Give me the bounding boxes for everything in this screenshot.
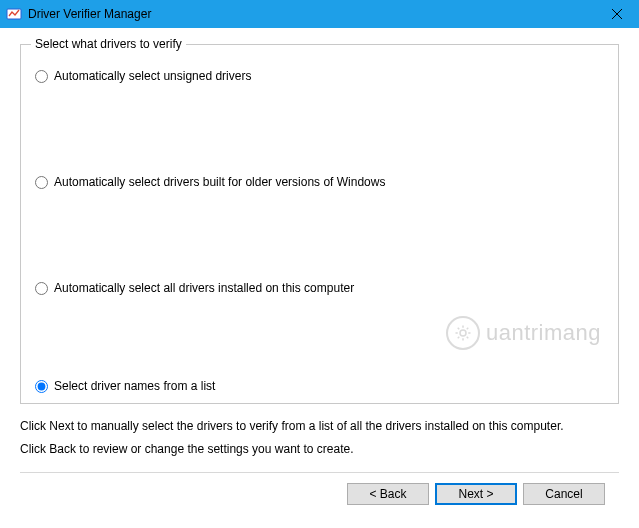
cancel-button[interactable]: Cancel (523, 483, 605, 505)
back-button[interactable]: < Back (347, 483, 429, 505)
radio-label: Automatically select unsigned drivers (54, 69, 251, 83)
description-text: Click Next to manually select the driver… (20, 418, 619, 458)
radio-input[interactable] (35, 70, 48, 83)
fieldset-legend: Select what drivers to verify (31, 37, 186, 51)
radio-label: Automatically select all drivers install… (54, 281, 354, 295)
radio-option-older-windows[interactable]: Automatically select drivers built for o… (35, 175, 385, 189)
window-title: Driver Verifier Manager (28, 7, 595, 21)
radio-option-from-list[interactable]: Select driver names from a list (35, 379, 215, 393)
description-line: Click Back to review or change the setti… (20, 441, 619, 458)
radio-option-all-drivers[interactable]: Automatically select all drivers install… (35, 281, 354, 295)
next-button[interactable]: Next > (435, 483, 517, 505)
drivers-fieldset: Select what drivers to verify Automatica… (20, 44, 619, 404)
description-line: Click Next to manually select the driver… (20, 418, 619, 435)
button-row: < Back Next > Cancel (20, 473, 619, 505)
radio-input[interactable] (35, 176, 48, 189)
close-button[interactable] (595, 0, 639, 28)
titlebar: Driver Verifier Manager (0, 0, 639, 28)
dialog-content: Select what drivers to verify Automatica… (0, 28, 639, 517)
radio-label: Select driver names from a list (54, 379, 215, 393)
close-icon (612, 9, 622, 19)
radio-option-unsigned[interactable]: Automatically select unsigned drivers (35, 69, 251, 83)
radio-input[interactable] (35, 380, 48, 393)
radio-label: Automatically select drivers built for o… (54, 175, 385, 189)
app-icon (6, 6, 22, 22)
radio-input[interactable] (35, 282, 48, 295)
